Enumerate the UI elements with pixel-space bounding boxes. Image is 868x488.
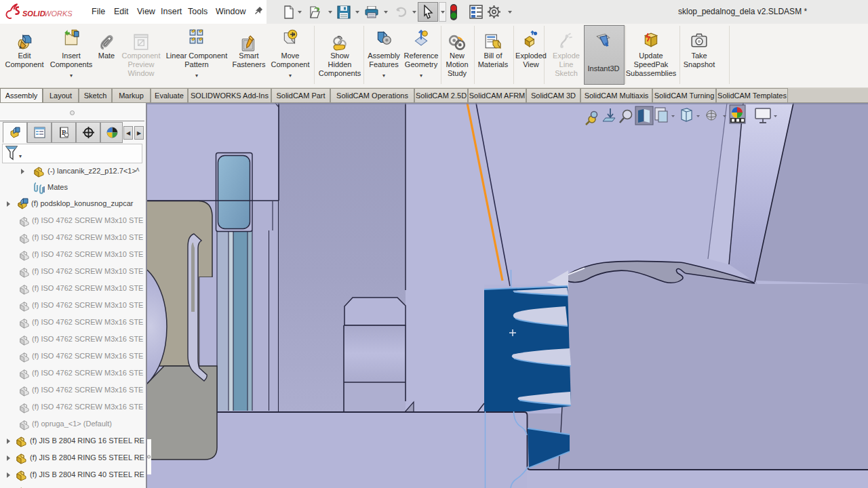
svg-text:WORKS: WORKS xyxy=(44,9,73,18)
svg-text:SOLID: SOLID xyxy=(22,9,45,18)
